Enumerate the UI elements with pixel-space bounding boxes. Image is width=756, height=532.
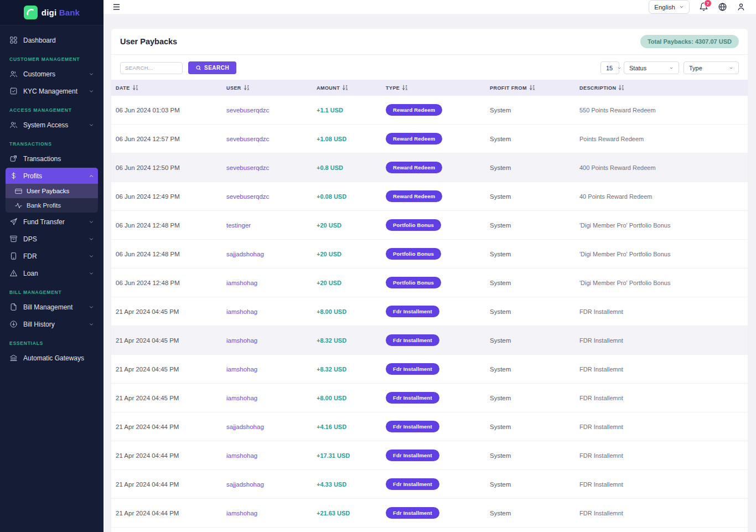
column-header-label: Amount — [317, 85, 340, 91]
sort-icon[interactable]: za — [342, 85, 349, 91]
cell-profit-from: System — [485, 240, 575, 268]
cell-user-link[interactable]: iamshohag — [222, 268, 312, 297]
sidebar-item-label: KYC Management — [23, 87, 77, 95]
cell-type: Fdr Installment — [381, 470, 485, 499]
cell-date: 21 Apr 2024 04:45 PM — [111, 326, 222, 355]
cell-date: 21 Apr 2024 04:44 PM — [111, 499, 222, 528]
column-header-user[interactable]: Userza — [222, 80, 312, 96]
column-header-description[interactable]: Descriptionza — [575, 80, 748, 96]
svg-text:z: z — [622, 85, 624, 88]
sidebar-item-transactions[interactable]: Transactions — [6, 151, 98, 167]
sort-icon[interactable]: za — [132, 85, 139, 91]
cell-description: 40 Points Reward Redeem — [575, 182, 748, 211]
sidebar-item-loan[interactable]: Loan — [6, 265, 98, 281]
search-button[interactable]: SEARCH — [188, 61, 236, 74]
cell-user-link[interactable]: iamshohag — [222, 355, 312, 384]
cell-profit-from: System — [485, 125, 575, 153]
chevron-down-icon — [679, 4, 684, 9]
chevron-down-icon — [89, 304, 94, 310]
table-row: 06 Jun 2024 12:48 PMsajjadshohag+20 USDP… — [111, 240, 748, 268]
cell-user-link[interactable]: testinger — [222, 211, 312, 240]
cell-amount: +0.8 USD — [312, 153, 381, 182]
sidebar-item-dashboard[interactable]: Dashboard — [6, 32, 98, 48]
column-header-profit-from[interactable]: Profit Fromza — [485, 80, 575, 96]
chevron-down-icon — [89, 236, 94, 242]
sidebar-item-label: System Access — [23, 121, 68, 129]
cell-date: 06 Jun 2024 12:48 PM — [111, 268, 222, 297]
column-header-date[interactable]: Dateza — [111, 80, 222, 96]
sidebar-item-automatic-gateways[interactable]: Automatic Gateways — [6, 350, 98, 366]
cell-type: Fdr Installment — [381, 297, 485, 326]
table-row: 06 Jun 2024 12:57 PMsevebuserqdzc+1.08 U… — [111, 125, 748, 153]
cell-amount: +21.63 USD — [312, 499, 381, 528]
column-header-type[interactable]: Typeza — [381, 80, 485, 96]
cell-type: Reward Redeem — [381, 182, 485, 211]
type-badge: Portfolio Bonus — [386, 277, 441, 288]
search-input[interactable] — [120, 62, 183, 74]
sidebar-item-customers[interactable]: Customers — [6, 66, 98, 82]
sort-icon[interactable]: za — [244, 85, 250, 91]
sidebar-item-dps[interactable]: DPS — [6, 231, 98, 247]
sort-icon[interactable]: za — [402, 85, 408, 91]
brand-name: digi Bank — [42, 8, 80, 17]
type-badge: Reward Redeem — [386, 133, 442, 144]
cell-date: 06 Jun 2024 12:57 PM — [111, 125, 222, 153]
sidebar-subitem-user-paybacks[interactable]: User Paybacks — [6, 184, 98, 198]
archive-icon — [9, 235, 18, 243]
sidebar-item-bill-history[interactable]: Bill History — [6, 316, 98, 332]
sidebar-item-label: Profits — [23, 172, 42, 180]
cell-user-link[interactable]: sajjadshohag — [222, 240, 312, 268]
sidebar-item-label: Bill History — [23, 321, 55, 328]
svg-text:a: a — [406, 88, 408, 91]
cell-user-link[interactable]: sevebuserqdzc — [222, 96, 312, 125]
globe-icon[interactable] — [718, 2, 727, 12]
cell-amount: +8.32 USD — [312, 326, 381, 355]
cell-profit-from: System — [485, 470, 575, 499]
svg-text:z: z — [247, 85, 249, 88]
sidebar-item-bill-management[interactable]: Bill Management — [6, 299, 98, 315]
sort-icon[interactable]: za — [529, 85, 536, 91]
cell-type: Reward Redeem — [381, 125, 485, 153]
cell-user-link[interactable]: iamshohag — [222, 499, 312, 528]
cell-amount: +17.31 USD — [312, 441, 381, 470]
cell-date: 06 Jun 2024 12:48 PM — [111, 240, 222, 268]
cell-user-link[interactable]: iamshohag — [222, 384, 312, 412]
cell-description: FDR Installemnt — [575, 297, 748, 326]
pagination-wrap: Prev12345Next — [111, 528, 748, 532]
sidebar-item-system-access[interactable]: System Access — [6, 117, 98, 133]
cell-user-link[interactable]: iamshohag — [222, 297, 312, 326]
sort-icon[interactable]: za — [618, 85, 625, 91]
menu-icon[interactable] — [112, 3, 121, 11]
sidebar-item-profits[interactable]: Profits — [6, 168, 98, 184]
cell-user-link[interactable]: sajjadshohag — [222, 470, 312, 499]
user-profile-icon[interactable] — [737, 2, 745, 12]
sidebar-subitem-bank-profits[interactable]: Bank Profits — [6, 198, 98, 213]
svg-text:a: a — [622, 88, 624, 91]
share-box-icon — [9, 154, 18, 163]
column-header-inner: Descriptionza — [579, 85, 625, 91]
cell-amount: +1.08 USD — [312, 125, 381, 153]
column-header-label: Type — [386, 85, 400, 91]
cell-type: Portfolio Bonus — [381, 211, 485, 240]
notifications-button[interactable]: 7 — [699, 2, 708, 12]
sidebar-item-fdr[interactable]: FDR — [6, 248, 98, 264]
cell-profit-from: System — [485, 412, 575, 441]
cell-user-link[interactable]: sevebuserqdzc — [222, 153, 312, 182]
cell-user-link[interactable]: sevebuserqdzc — [222, 125, 312, 153]
sidebar-item-kyc-management[interactable]: KYC Management — [6, 83, 98, 99]
brand[interactable]: digi Bank — [0, 0, 103, 25]
column-header-amount[interactable]: Amountza — [312, 80, 381, 96]
cell-user-link[interactable]: sajjadshohag — [222, 412, 312, 441]
cell-user-link[interactable]: iamshohag — [222, 326, 312, 355]
dollar-icon — [9, 172, 18, 180]
paper-plane-icon — [9, 218, 18, 226]
type-filter-select[interactable]: Type — [683, 61, 739, 74]
per-page-select[interactable]: 15 — [600, 61, 619, 74]
cell-user-link[interactable]: sevebuserqdzc — [222, 182, 312, 211]
language-select[interactable]: English — [649, 0, 690, 14]
svg-text:a: a — [346, 88, 348, 91]
sidebar-subitem-label: Bank Profits — [27, 202, 61, 209]
cell-user-link[interactable]: iamshohag — [222, 441, 312, 470]
sidebar-item-fund-transfer[interactable]: Fund Transfer — [6, 214, 98, 230]
status-filter-select[interactable]: Status — [624, 61, 679, 74]
